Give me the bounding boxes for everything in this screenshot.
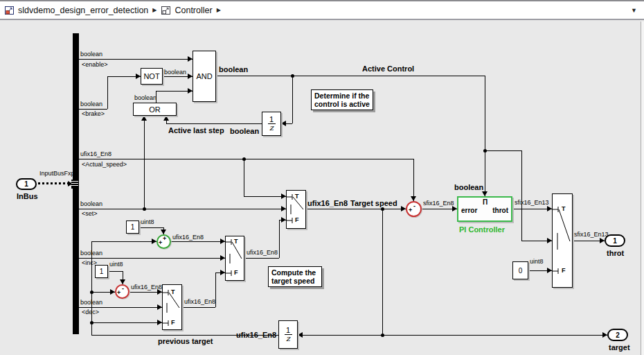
inport-inbus-label: InBus xyxy=(17,192,38,200)
constant-value: 1 xyxy=(131,223,135,231)
wire-junction xyxy=(90,321,93,324)
signal-name-label: <set> xyxy=(82,210,98,217)
signal-type-label: ufix16_En8 xyxy=(236,331,276,339)
constant-block-inc[interactable]: 1 xyxy=(95,265,108,278)
signal-name-label[interactable]: Active last step xyxy=(168,126,224,135)
breadcrumb-arrow-icon[interactable]: ▶ xyxy=(217,7,221,13)
outport-number: 2 xyxy=(616,331,620,339)
wire[interactable] xyxy=(382,335,607,336)
pi-controller-name[interactable]: PI Controller xyxy=(459,225,505,234)
sum-block-error[interactable]: - + xyxy=(406,201,422,217)
wire-arrow xyxy=(547,238,552,243)
signal-type-label: ufix16_En8 xyxy=(80,150,111,157)
outport-target[interactable]: 2 xyxy=(607,329,628,341)
wire[interactable] xyxy=(244,196,286,197)
wire[interactable] xyxy=(521,150,522,241)
unit-delay-denominator: z xyxy=(269,125,274,132)
not-block[interactable]: NOT xyxy=(141,68,163,85)
switch-block-mid[interactable]: T F xyxy=(225,236,244,281)
wire[interactable] xyxy=(216,76,485,76)
switch-false-label: F xyxy=(295,217,299,223)
wire-arrow xyxy=(602,332,607,338)
constant-value: 0 xyxy=(519,267,523,275)
wire-arrow xyxy=(281,193,286,199)
unit-delay-block[interactable]: 1 z xyxy=(262,112,281,136)
pi-controller-block[interactable]: Π error throt xyxy=(457,196,512,222)
or-block-label: OR xyxy=(149,105,161,114)
wire[interactable] xyxy=(512,209,552,209)
wire-arrow xyxy=(152,239,156,244)
wire[interactable] xyxy=(91,322,162,323)
wire[interactable] xyxy=(108,271,123,272)
switch-block-output[interactable]: T F xyxy=(552,193,573,288)
wire[interactable] xyxy=(485,150,521,151)
wire[interactable] xyxy=(413,159,414,201)
wire[interactable] xyxy=(306,209,406,209)
inport-inbus[interactable]: 1 xyxy=(16,178,37,190)
wire[interactable] xyxy=(171,241,225,242)
signal-type-label: boolean xyxy=(80,200,102,207)
sum-sign-top: + xyxy=(163,236,166,241)
wire-arrow xyxy=(161,230,166,234)
constant-block-set[interactable]: 1 xyxy=(126,220,139,234)
inport-number: 1 xyxy=(24,180,28,188)
breadcrumb-label: Controller xyxy=(175,6,212,15)
wire[interactable] xyxy=(244,258,279,259)
wire[interactable] xyxy=(166,123,262,124)
wire-arrow xyxy=(220,255,225,261)
signal-name-label[interactable]: previous target xyxy=(158,337,213,345)
signal-type-label: boolean xyxy=(80,101,102,107)
wire[interactable] xyxy=(485,76,485,196)
dropdown-arrow-icon[interactable]: ▼ xyxy=(631,7,644,14)
sum-block-decrement[interactable]: - + xyxy=(115,284,129,299)
switch-true-label: T xyxy=(234,239,238,245)
wire-arrow xyxy=(281,217,286,223)
sum-sign-left: + xyxy=(159,240,162,245)
wire[interactable] xyxy=(79,258,225,259)
wire[interactable] xyxy=(215,272,216,307)
wire[interactable] xyxy=(79,159,413,159)
sum-block-increment[interactable]: + + xyxy=(156,234,171,249)
wire-arrow xyxy=(281,206,286,211)
switch-block-target[interactable]: T F xyxy=(286,190,306,229)
and-block[interactable]: AND xyxy=(193,51,216,102)
switch-true-label: T xyxy=(171,289,175,295)
signal-type-label: ufix16_En8 xyxy=(184,298,215,305)
wire-junction xyxy=(143,207,146,211)
wire[interactable] xyxy=(292,76,293,123)
annotation-compute-target[interactable]: Compute the target speed xyxy=(268,266,322,287)
wire-junction xyxy=(381,334,384,337)
or-block[interactable]: OR xyxy=(133,103,177,116)
signal-name-label: <inc> xyxy=(82,259,97,266)
breadcrumb-label: sldvdemo_design_error_detection xyxy=(18,6,148,15)
unit-delay-denominator: z xyxy=(286,336,290,343)
wire[interactable] xyxy=(298,335,382,336)
signal-name-label[interactable]: Target speed xyxy=(350,199,397,207)
constant-block-zero[interactable]: 0 xyxy=(512,261,528,279)
switch-false-label: F xyxy=(562,268,566,274)
wire[interactable] xyxy=(244,159,244,196)
signal-type-label: ufix16_En8 xyxy=(172,234,204,241)
wire[interactable] xyxy=(79,109,107,110)
signal-type-label: boolean xyxy=(80,250,102,257)
wire[interactable] xyxy=(79,209,286,209)
wire[interactable] xyxy=(144,116,145,209)
wire[interactable] xyxy=(279,220,280,258)
wire[interactable] xyxy=(79,59,193,60)
wire[interactable] xyxy=(382,209,383,335)
wire[interactable] xyxy=(139,227,163,228)
breadcrumb-item-subsystem[interactable]: Controller xyxy=(161,5,212,16)
annotation-active-control[interactable]: Determine if the control is active xyxy=(311,89,373,110)
wire[interactable] xyxy=(182,307,215,308)
signal-type-label: ufix16_En8 xyxy=(131,284,162,291)
breadcrumb-item-model[interactable]: sldvdemo_design_error_detection xyxy=(4,5,148,16)
breadcrumb-arrow-icon[interactable]: ▶ xyxy=(152,7,156,13)
signal-name-label[interactable]: Active Control xyxy=(362,64,414,73)
bus-wire[interactable] xyxy=(38,182,69,184)
unit-delay-block[interactable]: 1 z xyxy=(278,320,298,349)
switch-true-label: T xyxy=(562,206,566,212)
enable-port-icon: Π xyxy=(483,198,488,206)
wire[interactable] xyxy=(91,241,156,242)
wire[interactable] xyxy=(107,76,108,109)
switch-block-bottom[interactable]: T F xyxy=(162,284,182,330)
